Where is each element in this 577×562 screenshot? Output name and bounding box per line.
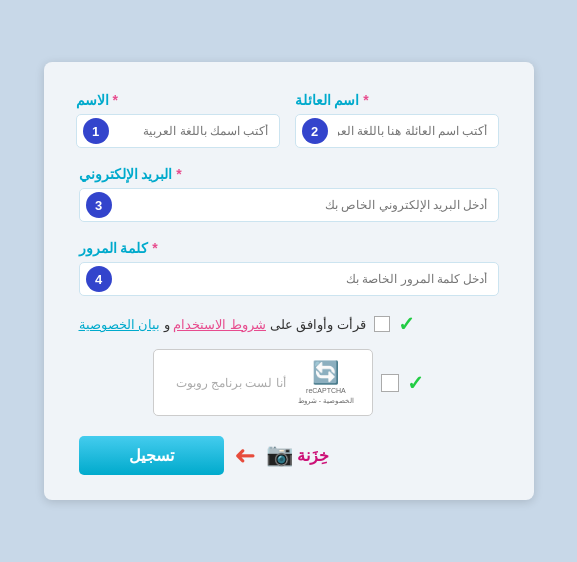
first-name-label-text: الاسم [76, 92, 109, 108]
password-required: * [152, 240, 157, 256]
agreement-checkmark-icon: ✓ [398, 314, 415, 334]
agreement-checkbox[interactable] [374, 316, 390, 332]
last-name-label-text: اسم العائلة [295, 92, 360, 108]
captcha-icon: 🔄 reCAPTCHA الخصوصية - شروط [298, 360, 354, 404]
last-name-input-wrapper: 2 [295, 114, 499, 148]
captcha-text: أنا لست برنامج روبوت [172, 376, 286, 390]
agreement-text-part2: و [164, 317, 170, 332]
privacy-link[interactable]: بيان الخصوصية [79, 317, 161, 332]
recaptcha-logo-icon: 🔄 [312, 360, 339, 386]
logo-icon: 📷 [266, 442, 293, 468]
agreement-text-part1: قرأت وأوافق على [270, 317, 366, 332]
email-input-wrapper: 3 [79, 188, 499, 222]
last-name-label: * اسم العائلة [295, 92, 371, 108]
agreement-checkbox-area [374, 316, 390, 332]
first-name-step-badge: 1 [83, 118, 109, 144]
logo-text: خِزَنة [297, 446, 329, 465]
name-row: * اسم العائلة 2 * الاسم 1 [79, 92, 499, 148]
registration-form: * اسم العائلة 2 * الاسم 1 * البريد الإلك… [44, 62, 534, 499]
password-input-wrapper: 4 [79, 262, 499, 296]
captcha-checkbox[interactable] [381, 374, 399, 392]
first-name-label: * الاسم [76, 92, 120, 108]
password-row: * كلمة المرور 4 [79, 240, 499, 296]
password-label: * كلمة المرور [79, 240, 160, 256]
first-name-input-wrapper: 1 [76, 114, 280, 148]
recaptcha-label: reCAPTCHA [306, 386, 346, 395]
password-step-badge: 4 [86, 266, 112, 292]
logo-area: خِزَنة 📷 [266, 442, 329, 468]
recaptcha-sublabel: الخصوصية - شروط [298, 396, 354, 405]
last-name-step-badge: 2 [302, 118, 328, 144]
agreement-text: قرأت وأوافق على شروط الاستخدام و بيان ال… [79, 317, 366, 332]
email-step-badge: 3 [86, 192, 112, 218]
agreement-row: ✓ قرأت وأوافق على شروط الاستخدام و بيان … [79, 314, 499, 334]
last-name-input[interactable] [328, 115, 498, 147]
email-label-text: البريد الإلكتروني [79, 166, 173, 182]
captcha-checkmark-icon: ✓ [407, 373, 424, 393]
email-row: * البريد الإلكتروني 3 [79, 166, 499, 222]
submit-arrow-icon: ➜ [234, 440, 256, 471]
email-required: * [176, 166, 181, 182]
captcha-check-wrapper [381, 374, 399, 392]
last-name-group: * اسم العائلة 2 [295, 92, 499, 148]
captcha-box[interactable]: 🔄 reCAPTCHA الخصوصية - شروط أنا لست برنا… [153, 349, 373, 415]
submit-button[interactable]: تسجيل [79, 436, 224, 475]
first-name-required: * [112, 92, 117, 108]
first-name-input[interactable] [109, 115, 279, 147]
email-input[interactable] [112, 189, 498, 221]
first-name-group: * الاسم 1 [76, 92, 280, 148]
last-name-required: * [363, 92, 368, 108]
submit-row: خِزَنة 📷 ➜ تسجيل [79, 436, 499, 475]
terms-link[interactable]: شروط الاستخدام [173, 317, 266, 332]
captcha-row: ✓ 🔄 reCAPTCHA الخصوصية - شروط أنا لست بر… [79, 349, 499, 415]
password-label-text: كلمة المرور [79, 240, 149, 256]
email-label: * البريد الإلكتروني [79, 166, 184, 182]
password-input[interactable] [112, 263, 498, 295]
